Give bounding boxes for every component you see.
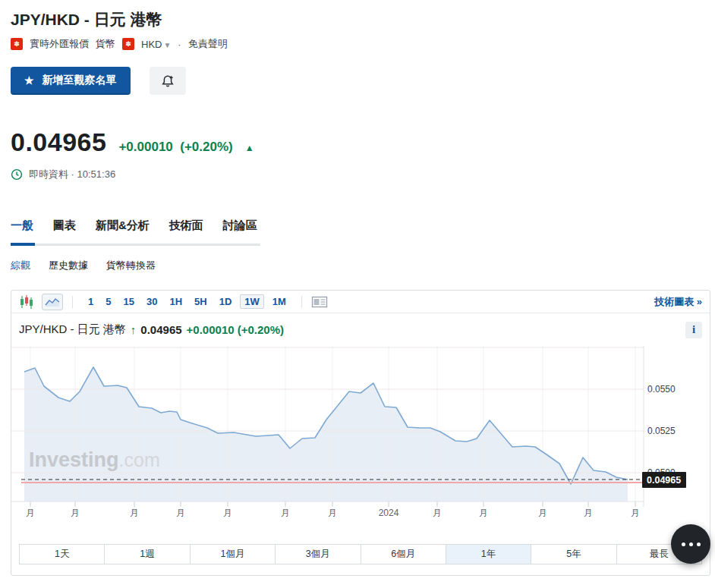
star-icon: ★ [24,74,34,86]
range-button-1[interactable]: 1週 [104,545,189,564]
svg-text:0.0525: 0.0525 [647,426,676,436]
range-button-6[interactable]: 5年 [531,545,616,564]
news-panel-button[interactable] [311,296,328,308]
dot-icon [682,542,685,546]
svg-text:月: 月 [223,508,232,518]
news-panel-icon [311,296,328,308]
page-title: JPY/HKD - 日元 港幣 [11,9,162,30]
candlestick-icon [19,295,34,309]
toolbar-divider [72,296,73,308]
svg-text:月: 月 [538,508,547,518]
chart-change: +0.00010 (+0.20%) [187,323,284,336]
info-button[interactable]: i [685,322,702,338]
breadcrumb-forex-link[interactable]: 實時外匯報價 [30,37,89,51]
range-button-4[interactable]: 6個月 [361,545,446,564]
quote-page: JPY/HKD - 日元 港幣 ✽ 實時外匯報價 貨幣 ✽ HKD▼ · 免責聲… [0,0,715,588]
hk-flag-icon: ✽ [122,38,134,50]
interval-3[interactable]: 30 [140,296,163,307]
interval-4[interactable]: 1H [163,296,188,307]
svg-text:月: 月 [631,508,640,518]
disclaimer-link[interactable]: 免責聲明 [188,37,228,51]
chevron-down-icon: ▼ [163,41,171,49]
tabs-underline [11,244,260,246]
tab-0[interactable]: 一般 [11,219,33,233]
hk-flag-icon: ✽ [11,38,23,50]
price-chart-plot[interactable]: 0.05500.05250.0500月月月月月月月2024月月月月月0.0496… [11,346,710,528]
svg-text:月: 月 [281,508,290,518]
subtab-2[interactable]: 貨幣轉換器 [106,259,156,272]
candlestick-chart-button[interactable] [19,295,34,309]
currency-dropdown[interactable]: HKD▼ [141,39,171,50]
watchlist-button-label: 新增至觀察名單 [43,74,117,87]
sub-tabs: 綜觀歷史數據貨幣轉換器 [11,259,156,272]
svg-text:月: 月 [433,508,442,518]
svg-text:月: 月 [328,508,337,518]
svg-text:月: 月 [176,508,185,518]
create-alert-button[interactable] [150,67,186,95]
svg-text:月: 月 [71,508,80,518]
interval-8[interactable]: 1M [266,296,292,307]
range-button-5[interactable]: 1年 [446,545,531,564]
breadcrumb: ✽ 實時外匯報價 貨幣 ✽ HKD▼ · 免責聲明 [11,37,228,51]
more-options-fab[interactable] [671,524,710,564]
technical-chart-link[interactable]: 技術圖表 » [654,295,702,309]
bell-plus-icon [160,74,175,89]
tab-3[interactable]: 技術面 [169,219,203,233]
line-chart-icon [45,297,60,307]
subtab-0[interactable]: 綜觀 [11,259,30,272]
chart-toolbar: 1515301H5H1D1W1M 技術圖表 » [11,291,710,313]
svg-text:2024: 2024 [379,508,399,518]
interval-7[interactable]: 1W [240,294,264,309]
svg-text:月: 月 [26,508,35,518]
range-selector: 1天1週1個月3個月6個月1年5年最長 [19,544,702,564]
interval-1[interactable]: 5 [99,296,117,307]
svg-text:月: 月 [584,508,593,518]
interval-5[interactable]: 5H [188,296,213,307]
tab-1[interactable]: 圖表 [53,219,76,233]
toolbar-divider [301,296,302,308]
chart-price: 0.04965 [140,323,181,336]
interval-6[interactable]: 1D [213,296,238,307]
breadcrumb-currency-link[interactable]: 貨幣 [96,37,115,51]
interval-0[interactable]: 1 [82,296,99,307]
svg-text:0.04965: 0.04965 [647,475,681,486]
active-tab-indicator [11,243,35,246]
tab-4[interactable]: 討論區 [223,219,257,233]
range-button-2[interactable]: 1個月 [190,545,275,564]
tab-2[interactable]: 新聞&分析 [96,219,150,233]
current-price: 0.04965 [11,127,106,157]
svg-text:月: 月 [130,508,139,518]
realtime-status: 即時資料 · 10:51:36 [11,168,115,181]
main-tabs: 一般圖表新聞&分析技術面討論區 [11,219,257,233]
clock-icon [11,168,23,181]
add-to-watchlist-button[interactable]: ★ 新增至觀察名單 [11,67,131,95]
line-chart-button[interactable] [42,294,63,310]
dot-icon [697,542,701,546]
up-arrow-icon: ↑ [131,323,137,336]
chart-header: JPY/HKD - 日元 港幣 ↑ 0.04965 +0.00010 (+0.2… [11,313,710,346]
area-chart: 0.05500.05250.0500月月月月月月月2024月月月月月0.0496… [11,346,709,528]
svg-text:0.0550: 0.0550 [647,384,676,395]
price-change: +0.00010 (+0.20%) [118,140,232,155]
action-buttons: ★ 新增至觀察名單 [11,67,186,95]
chart-widget: 1515301H5H1D1W1M 技術圖表 » JPY/HKD - 日元 港幣 … [11,290,710,576]
range-button-3[interactable]: 3個月 [275,545,360,564]
breadcrumb-separator: · [178,39,181,50]
svg-text:月: 月 [479,508,488,518]
interval-2[interactable]: 15 [117,296,140,307]
interval-buttons: 1515301H5H1D1W1M [82,294,292,309]
dot-icon [689,542,693,546]
quote-block: 0.04965 +0.00010 (+0.20%) ▲ [11,127,254,157]
range-button-0[interactable]: 1天 [20,545,104,564]
subtab-1[interactable]: 歷史數據 [49,259,88,272]
chart-symbol-title: JPY/HKD - 日元 港幣 [19,322,126,337]
status-text: 即時資料 · 10:51:36 [29,168,115,181]
up-triangle-icon: ▲ [245,143,254,153]
